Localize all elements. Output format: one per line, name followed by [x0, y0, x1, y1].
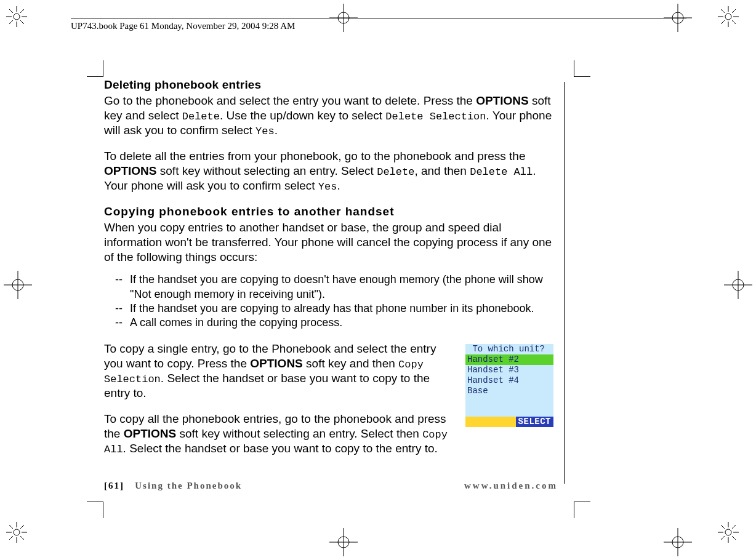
bullet-text: If the handset you are copying to doesn'…	[130, 273, 554, 302]
bullet-dash: --	[115, 302, 130, 316]
lcd-item: Handset #4	[465, 375, 553, 386]
text: , and then	[414, 164, 470, 177]
reg-mark-icon	[6, 6, 38, 38]
svg-line-24	[20, 536, 24, 540]
menu-delete-selection: Delete Selection	[385, 111, 486, 122]
lcd-softkey-bar: SELECT	[465, 417, 553, 427]
svg-line-16	[721, 20, 725, 24]
lcd-item: Handset #3	[465, 365, 553, 375]
crop-mark-icon	[87, 60, 103, 77]
lcd-item: Base	[465, 386, 553, 396]
section-title: Using the Phonebook	[135, 481, 242, 490]
para-copying-intro: When you copy entries to another handset…	[104, 220, 554, 264]
text: .	[337, 179, 340, 192]
options-key: OPTIONS	[476, 94, 529, 107]
svg-line-23	[9, 525, 13, 529]
svg-line-34	[721, 536, 725, 540]
list-item: -- If the handset you are copying to alr…	[115, 302, 554, 316]
svg-line-32	[721, 525, 725, 529]
reg-mark-icon	[718, 522, 750, 554]
lcd-title: To which unit?	[465, 344, 553, 354]
svg-line-5	[9, 9, 13, 13]
menu-delete: Delete	[182, 111, 220, 122]
svg-point-18	[14, 529, 20, 535]
right-rule	[564, 82, 565, 484]
bullet-list: -- If the handset you are copying to doe…	[115, 273, 554, 330]
text: soft key without selecting an entry. Sel…	[157, 164, 377, 177]
svg-line-14	[721, 9, 725, 13]
text: .	[275, 124, 278, 137]
svg-point-0	[14, 14, 20, 20]
svg-point-27	[725, 529, 731, 535]
list-item: -- If the handset you are copying to doe…	[115, 273, 554, 302]
page-footer: [61] Using the Phonebook www.uniden.com	[104, 481, 558, 491]
text: . Select the handset or base you want to…	[123, 442, 438, 455]
heading-copying: Copying phonebook entries to another han…	[104, 204, 554, 219]
reg-mark-icon	[6, 522, 38, 554]
para-delete-all: To delete all the entries from your phon…	[104, 149, 554, 193]
text: . Use the up/down key to select	[220, 109, 385, 122]
crosshair-icon	[664, 528, 692, 556]
content-frame: Deleting phonebook entries Go to the pho…	[104, 78, 584, 508]
list-item: -- A call comes in during the copying pr…	[115, 316, 554, 330]
bullet-text: If the handset you are copying to alread…	[130, 302, 534, 316]
options-key: OPTIONS	[250, 357, 303, 370]
svg-line-35	[732, 525, 736, 529]
svg-line-17	[732, 9, 736, 13]
options-key: OPTIONS	[124, 427, 177, 440]
text: To delete all the entries from your phon…	[104, 150, 525, 162]
text: soft key without selecting an entry. Sel…	[176, 427, 422, 440]
crop-mark-icon	[574, 502, 590, 518]
svg-line-6	[20, 20, 24, 24]
options-key: OPTIONS	[104, 164, 157, 177]
text: Go to the phonebook and select the entry…	[104, 94, 476, 107]
reg-mark-icon	[718, 6, 750, 38]
para-delete-single: Go to the phonebook and select the entry…	[104, 94, 554, 138]
crop-mark-icon	[87, 502, 103, 518]
menu-delete-all: Delete All	[470, 166, 533, 178]
text: soft key and then	[303, 357, 398, 370]
crosshair-icon	[724, 271, 752, 299]
pdf-header: UP743.book Page 61 Monday, November 29, …	[71, 18, 686, 31]
para-copy-all: To copy all the phonebook entries, go to…	[104, 412, 454, 456]
page-number: [61]	[104, 481, 124, 490]
crosshair-icon	[329, 528, 358, 556]
svg-line-8	[20, 9, 24, 13]
bullet-dash: --	[115, 316, 130, 330]
menu-yes: Yes	[255, 126, 275, 137]
lcd-softkey-select: SELECT	[516, 417, 553, 427]
svg-line-7	[9, 20, 13, 24]
para-copy-single: To copy a single entry, go to the Phoneb…	[104, 342, 454, 401]
heading-deleting: Deleting phonebook entries	[104, 78, 554, 92]
menu-yes: Yes	[318, 181, 337, 193]
footer-url: www.uniden.com	[464, 481, 558, 491]
bullet-dash: --	[115, 273, 130, 287]
menu-delete: Delete	[377, 166, 414, 178]
lcd-blank	[465, 396, 553, 417]
bullet-text: A call comes in during the copying proce…	[130, 316, 342, 330]
svg-line-25	[9, 536, 13, 540]
lcd-screenshot: To which unit? Handset #2 Handset #3 Han…	[465, 343, 554, 428]
crosshair-icon	[4, 271, 32, 299]
svg-line-26	[20, 525, 24, 529]
svg-line-15	[732, 20, 736, 24]
crop-mark-icon	[574, 60, 590, 77]
svg-point-9	[725, 14, 731, 20]
lcd-item-selected: Handset #2	[465, 354, 553, 365]
svg-line-33	[732, 536, 736, 540]
